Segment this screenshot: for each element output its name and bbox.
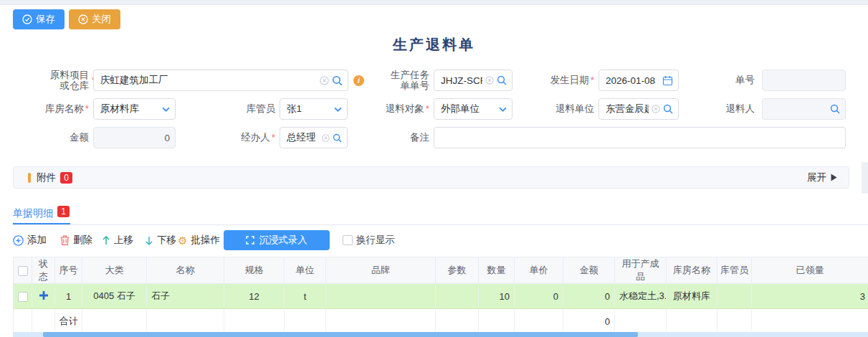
handler-value: 总经理 bbox=[287, 131, 319, 144]
close-button[interactable]: 关闭 bbox=[69, 9, 120, 29]
section-marker bbox=[28, 173, 31, 183]
clear-icon[interactable] bbox=[322, 134, 330, 142]
doc-no-label: 单号 bbox=[735, 70, 755, 91]
page-scrollbar[interactable] bbox=[862, 162, 868, 194]
handler-input[interactable]: 总经理 bbox=[280, 127, 348, 148]
task-no-label: 生产任务 单单号 bbox=[391, 70, 429, 91]
warehouse-select[interactable]: 原材料库 bbox=[93, 98, 176, 120]
task-no-input[interactable]: JHJZ-SCRV bbox=[434, 70, 512, 91]
search-icon[interactable] bbox=[663, 104, 673, 114]
expand-button[interactable]: 展开 bbox=[807, 171, 837, 184]
occur-date-input[interactable]: 2026-01-08 bbox=[598, 70, 679, 91]
table-row[interactable]: 1 0405 石子 石子 12 t 10 0 0 水稳定土,3.0M 原材料库 … bbox=[14, 284, 868, 309]
row-status-cell bbox=[32, 284, 55, 309]
col-received: 已领量 bbox=[752, 257, 868, 284]
info-icon[interactable]: i bbox=[353, 75, 364, 86]
chevron-down-icon bbox=[162, 107, 170, 112]
row-checkbox[interactable] bbox=[18, 292, 28, 302]
move-up-button[interactable]: 上移 bbox=[102, 230, 133, 250]
move-down-button[interactable]: 下移 bbox=[145, 230, 176, 250]
raw-project-label: 原料项目 或仓库 * bbox=[50, 70, 89, 91]
tab-detail[interactable]: 单据明细 1 bbox=[13, 206, 70, 220]
save-button-label: 保存 bbox=[36, 13, 55, 26]
checkbox-icon[interactable] bbox=[343, 235, 353, 245]
required-asterisk: * bbox=[272, 132, 275, 143]
search-icon[interactable] bbox=[830, 104, 840, 114]
clear-icon[interactable] bbox=[320, 76, 329, 85]
attachments-count-badge: 0 bbox=[60, 172, 72, 184]
return-unit-value: 东营金辰建 bbox=[606, 103, 649, 115]
expand-label: 展开 bbox=[807, 171, 826, 184]
required-asterisk: * bbox=[591, 75, 594, 85]
search-icon[interactable] bbox=[332, 75, 343, 86]
row-seq: 1 bbox=[55, 284, 82, 309]
attachments-bar[interactable]: 附件 0 展开 bbox=[13, 166, 849, 189]
chevron-down-icon bbox=[334, 107, 342, 112]
attachments-label: 附件 bbox=[37, 171, 56, 184]
arrow-up-icon bbox=[102, 236, 110, 245]
top-strip bbox=[0, 0, 868, 5]
col-price: 单价 bbox=[515, 257, 563, 284]
return-target-label: 退料对象* bbox=[386, 98, 429, 120]
row-keeper bbox=[717, 284, 752, 309]
returner-input[interactable] bbox=[762, 98, 846, 120]
clear-icon[interactable] bbox=[485, 76, 494, 85]
row-category: 0405 石子 bbox=[82, 284, 147, 309]
horizontal-scrollbar-track[interactable] bbox=[13, 332, 868, 337]
row-brand bbox=[326, 284, 436, 309]
horizontal-scrollbar-thumb[interactable] bbox=[43, 332, 638, 337]
row-spec: 12 bbox=[224, 284, 285, 309]
row-amount: 0 bbox=[563, 284, 615, 309]
col-seq: 序号 bbox=[55, 257, 82, 284]
select-all-checkbox-cell bbox=[14, 257, 32, 284]
tab-detail-label: 单据明细 bbox=[13, 206, 53, 220]
keeper-label: 库管员 bbox=[247, 98, 276, 120]
search-icon[interactable] bbox=[333, 133, 342, 143]
row-unit: t bbox=[285, 284, 326, 309]
search-icon[interactable] bbox=[497, 75, 507, 85]
batch-operations-button[interactable]: ⚙ 批操作 bbox=[178, 230, 231, 250]
col-brand: 品牌 bbox=[326, 257, 436, 284]
wrap-display-checkbox[interactable]: 换行显示 bbox=[343, 230, 395, 250]
fullscreen-brackets-icon bbox=[246, 236, 254, 245]
remark-label: 备注 bbox=[410, 127, 429, 148]
keeper-select[interactable]: 张1 bbox=[280, 98, 348, 120]
return-target-value: 外部单位 bbox=[441, 103, 496, 115]
immersive-entry-button[interactable]: 沉浸式录入 bbox=[224, 230, 330, 250]
handler-label: 经办人* bbox=[241, 127, 275, 148]
delete-row-button[interactable]: 删除 bbox=[60, 230, 92, 250]
total-amount: 0 bbox=[563, 309, 615, 332]
return-unit-label: 退料单位 bbox=[555, 98, 594, 120]
save-button[interactable]: 保存 bbox=[13, 9, 65, 29]
warehouse-label: 库房名称* bbox=[45, 98, 89, 120]
add-row-button[interactable]: 添加 bbox=[13, 230, 47, 250]
col-param: 参数 bbox=[436, 257, 479, 284]
warehouse-value: 原材料库 bbox=[100, 103, 159, 115]
arrow-down-icon bbox=[145, 236, 153, 245]
raw-project-value: 庆虹建筑加工厂 bbox=[100, 74, 317, 87]
chevron-down-icon bbox=[499, 107, 507, 112]
calendar-icon[interactable] bbox=[662, 75, 673, 86]
row-product: 水稳定土,3.0M bbox=[615, 284, 667, 309]
plus-icon[interactable] bbox=[39, 291, 48, 302]
select-all-checkbox[interactable] bbox=[18, 266, 28, 276]
col-keeper: 库管员 bbox=[717, 257, 752, 284]
total-row: 合计 0 bbox=[14, 309, 868, 332]
required-asterisk: * bbox=[85, 103, 89, 114]
col-qty: 数量 bbox=[479, 257, 515, 284]
doc-no-input[interactable] bbox=[762, 70, 846, 91]
remark-input[interactable] bbox=[434, 127, 846, 148]
raw-project-input[interactable]: 庆虹建筑加工厂 bbox=[93, 70, 348, 91]
gear-icon: ⚙ bbox=[178, 235, 187, 246]
row-name: 石子 bbox=[147, 284, 224, 309]
col-status: 状态 bbox=[32, 257, 55, 284]
return-unit-input[interactable]: 东营金辰建 bbox=[598, 98, 679, 120]
clear-icon[interactable] bbox=[652, 105, 660, 113]
page-title: 生产退料单 bbox=[0, 35, 868, 54]
row-param bbox=[436, 284, 479, 309]
return-target-select[interactable]: 外部单位 bbox=[434, 98, 512, 120]
returner-label: 退料人 bbox=[726, 98, 755, 120]
triangle-right-icon bbox=[831, 174, 837, 181]
total-label: 合计 bbox=[55, 309, 82, 332]
occur-date-value: 2026-01-08 bbox=[606, 75, 659, 86]
